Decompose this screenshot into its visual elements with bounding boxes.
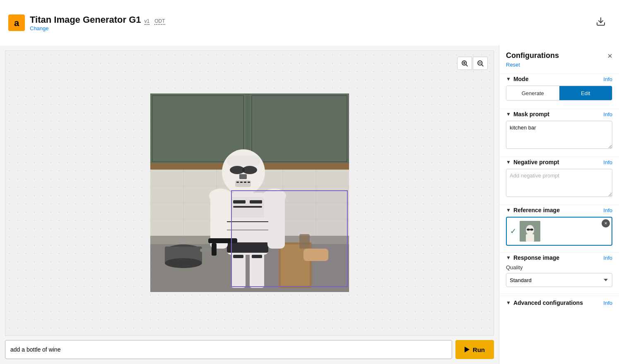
svg-line-6	[466, 65, 467, 66]
negative-prompt-section: ▼ Negative prompt Info	[499, 159, 619, 203]
title-group: Titan Image Generator G1 v1 ODT Change	[30, 14, 165, 31]
advanced-title: Advanced configurations	[513, 299, 601, 306]
header: a Titan Image Generator G1 v1 ODT Change	[0, 0, 619, 46]
svg-rect-57	[235, 180, 251, 187]
configurations-panel: Configurations × Reset ▼ Mode Info Gener…	[499, 46, 619, 364]
change-link[interactable]: Change	[30, 25, 165, 31]
negative-prompt-textarea[interactable]	[506, 169, 612, 197]
reference-image-title: Reference image	[513, 207, 601, 213]
canvas-wrapper	[5, 50, 494, 336]
reference-image-chevron-icon: ▼	[506, 207, 511, 213]
reference-image-box[interactable]: ✓ ×	[506, 217, 612, 246]
generate-mode-button[interactable]: Generate	[506, 86, 559, 100]
thumbnail-image	[520, 221, 540, 242]
zoom-out-icon	[477, 60, 484, 67]
version-badge: v1	[145, 18, 150, 25]
canvas-image-container[interactable]	[150, 93, 349, 293]
close-panel-button[interactable]: ×	[607, 52, 612, 60]
svg-rect-39	[233, 255, 243, 258]
response-image-chevron-icon: ▼	[506, 255, 511, 261]
svg-point-30	[165, 258, 202, 268]
run-button[interactable]: Run	[455, 340, 494, 359]
amazon-logo: a	[8, 14, 25, 31]
reference-image-remove-button[interactable]: ×	[602, 219, 610, 228]
svg-rect-62	[227, 156, 260, 166]
prompt-input[interactable]	[5, 340, 452, 359]
response-image-section: ▼ Response image Info Quality Standard P…	[499, 254, 619, 292]
reference-image-section: ▼ Reference image Info ✓	[499, 207, 619, 251]
mask-prompt-textarea[interactable]: kitchen bar	[506, 121, 612, 149]
app-title: Titan Image Generator G1	[30, 14, 141, 25]
mode-section-title: Mode	[513, 76, 601, 82]
reference-image-info-link[interactable]: Info	[603, 207, 612, 213]
mask-prompt-header[interactable]: ▼ Mask prompt Info	[506, 111, 612, 117]
advanced-configurations-header[interactable]: ▼ Advanced configurations Info	[499, 296, 619, 309]
svg-rect-35	[303, 249, 328, 261]
quality-label: Quality	[506, 264, 612, 271]
main-image	[150, 93, 349, 292]
panel-header: Configurations ×	[499, 46, 619, 62]
svg-text:a: a	[14, 18, 19, 28]
mask-prompt-info-link[interactable]: Info	[603, 111, 612, 117]
svg-rect-56	[239, 174, 247, 179]
mode-toggle: Generate Edit	[506, 86, 612, 101]
response-image-header[interactable]: ▼ Response image Info	[506, 254, 612, 261]
svg-rect-44	[250, 200, 262, 204]
mask-prompt-section: ▼ Mask prompt Info kitchen bar	[499, 111, 619, 155]
svg-rect-13	[250, 93, 349, 164]
panel-title: Configurations	[506, 51, 559, 60]
svg-point-55	[242, 166, 257, 174]
mode-section: ▼ Mode Info Generate Edit	[499, 76, 619, 107]
canvas-area: Run	[0, 46, 499, 364]
svg-rect-52	[212, 243, 217, 256]
zoom-out-button[interactable]	[473, 57, 488, 70]
negative-prompt-header[interactable]: ▼ Negative prompt Info	[506, 159, 612, 165]
svg-rect-58	[236, 182, 239, 183]
download-button[interactable]	[596, 17, 606, 29]
svg-rect-71	[531, 239, 534, 242]
reset-link[interactable]: Reset	[499, 62, 619, 72]
svg-rect-70	[526, 239, 529, 242]
svg-rect-60	[244, 182, 246, 183]
response-image-info-link[interactable]: Info	[603, 255, 612, 261]
negative-prompt-info-link[interactable]: Info	[603, 159, 612, 165]
prompt-bar: Run	[5, 340, 494, 359]
svg-point-50	[263, 189, 286, 204]
odt-badge: ODT	[154, 18, 165, 25]
reference-image-header[interactable]: ▼ Reference image Info	[506, 207, 612, 213]
advanced-info-link[interactable]: Info	[603, 300, 612, 306]
close-icon: ×	[607, 51, 612, 60]
mode-section-header[interactable]: ▼ Mode Info	[506, 76, 612, 82]
mask-prompt-title: Mask prompt	[513, 111, 601, 117]
quality-select[interactable]: Standard Premium	[506, 273, 612, 287]
svg-rect-59	[240, 182, 243, 183]
svg-rect-43	[233, 200, 246, 204]
negative-prompt-title: Negative prompt	[513, 159, 601, 165]
reference-image-thumbnail	[520, 221, 540, 242]
run-label: Run	[473, 346, 485, 353]
svg-rect-31	[200, 249, 212, 252]
download-icon	[596, 17, 606, 26]
svg-rect-61	[248, 182, 250, 183]
reference-image-check-icon: ✓	[510, 227, 516, 236]
response-image-title: Response image	[513, 254, 601, 261]
mode-info-link[interactable]: Info	[603, 76, 612, 82]
zoom-in-button[interactable]	[457, 57, 472, 70]
edit-mode-button[interactable]: Edit	[559, 86, 612, 100]
svg-rect-46	[227, 242, 268, 253]
play-icon	[465, 347, 470, 352]
mask-prompt-chevron-icon: ▼	[506, 111, 511, 117]
negative-prompt-chevron-icon: ▼	[506, 159, 511, 165]
svg-point-49	[209, 189, 232, 204]
svg-rect-12	[150, 93, 246, 164]
svg-rect-45	[233, 206, 262, 208]
zoom-controls	[457, 57, 488, 70]
mode-chevron-icon: ▼	[506, 76, 511, 82]
svg-point-67	[527, 229, 530, 231]
zoom-in-icon	[461, 60, 468, 67]
svg-rect-36	[299, 234, 310, 249]
svg-rect-40	[252, 255, 262, 258]
svg-rect-51	[208, 238, 237, 243]
advanced-chevron-icon: ▼	[506, 300, 511, 306]
svg-line-9	[482, 65, 483, 66]
